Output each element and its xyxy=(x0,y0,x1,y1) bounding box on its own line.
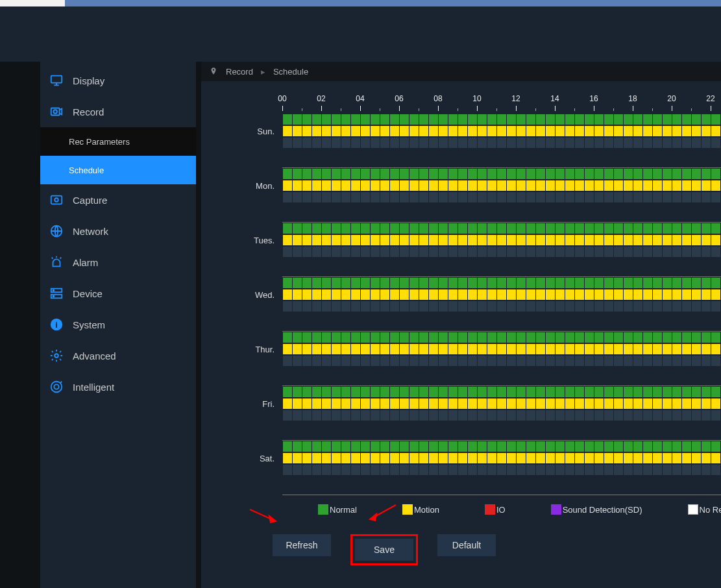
schedule-cell[interactable] xyxy=(292,289,302,300)
schedule-cell[interactable] xyxy=(642,168,652,180)
schedule-cell[interactable] xyxy=(477,441,487,452)
schedule-cell[interactable] xyxy=(428,300,438,312)
schedule-cell[interactable] xyxy=(574,441,584,452)
schedule-cell[interactable] xyxy=(545,114,555,125)
schedule-cell[interactable] xyxy=(506,277,516,289)
sidebar-item-capture[interactable]: Capture xyxy=(40,184,196,215)
schedule-cell[interactable] xyxy=(487,277,496,289)
schedule-cell[interactable] xyxy=(662,332,672,343)
schedule-cell[interactable] xyxy=(623,180,633,191)
schedule-cell[interactable] xyxy=(691,277,701,289)
schedule-cell[interactable] xyxy=(467,137,477,149)
schedule-cell[interactable] xyxy=(467,114,477,125)
schedule-cell[interactable] xyxy=(711,114,720,125)
schedule-cell[interactable] xyxy=(380,300,389,312)
schedule-cell[interactable] xyxy=(458,180,467,191)
schedule-cell[interactable] xyxy=(535,246,545,258)
schedule-cell[interactable] xyxy=(341,137,350,149)
schedule-cell[interactable] xyxy=(409,441,419,452)
schedule-cell[interactable] xyxy=(642,125,652,137)
schedule-cell[interactable] xyxy=(360,137,370,149)
schedule-cell[interactable] xyxy=(672,343,681,355)
schedule-cell[interactable] xyxy=(662,246,672,258)
schedule-cell[interactable] xyxy=(526,332,535,343)
schedule-cell[interactable] xyxy=(487,137,496,149)
schedule-cell[interactable] xyxy=(302,410,312,421)
schedule-cell[interactable] xyxy=(477,386,487,398)
schedule-cell[interactable] xyxy=(672,441,681,452)
legend-sound-detection[interactable]: Sound Detection(SD) xyxy=(551,504,642,515)
schedule-cell[interactable] xyxy=(633,223,642,234)
schedule-cell[interactable] xyxy=(574,180,584,191)
schedule-cell[interactable] xyxy=(477,234,487,246)
schedule-cell[interactable] xyxy=(360,114,370,125)
schedule-cell[interactable] xyxy=(642,410,652,421)
schedule-cell[interactable] xyxy=(642,137,652,149)
schedule-cell[interactable] xyxy=(574,191,584,203)
schedule-cell[interactable] xyxy=(389,191,399,203)
schedule-cell[interactable] xyxy=(565,223,574,234)
schedule-cell[interactable] xyxy=(399,332,409,343)
schedule-cell[interactable] xyxy=(584,332,594,343)
schedule-cell[interactable] xyxy=(370,191,380,203)
schedule-cell[interactable] xyxy=(341,168,350,180)
schedule-track[interactable] xyxy=(282,180,721,191)
schedule-cell[interactable] xyxy=(302,180,312,191)
schedule-cell[interactable] xyxy=(555,300,565,312)
schedule-cell[interactable] xyxy=(370,289,380,300)
schedule-cell[interactable] xyxy=(458,386,467,398)
schedule-cell[interactable] xyxy=(672,410,681,421)
schedule-cell[interactable] xyxy=(341,289,350,300)
schedule-cell[interactable] xyxy=(652,246,662,258)
schedule-cell[interactable] xyxy=(496,168,506,180)
schedule-cell[interactable] xyxy=(312,464,321,476)
sidebar-item-advanced[interactable]: Advanced xyxy=(40,340,196,371)
schedule-cell[interactable] xyxy=(604,386,613,398)
schedule-cell[interactable] xyxy=(672,332,681,343)
schedule-track[interactable] xyxy=(282,398,721,410)
schedule-cell[interactable] xyxy=(399,355,409,367)
schedule-cell[interactable] xyxy=(438,125,448,137)
schedule-cell[interactable] xyxy=(545,398,555,410)
schedule-cell[interactable] xyxy=(516,386,526,398)
schedule-cell[interactable] xyxy=(360,246,370,258)
schedule-cell[interactable] xyxy=(555,441,565,452)
schedule-cell[interactable] xyxy=(662,191,672,203)
schedule-cell[interactable] xyxy=(302,355,312,367)
schedule-cell[interactable] xyxy=(642,452,652,464)
schedule-cell[interactable] xyxy=(535,180,545,191)
schedule-cell[interactable] xyxy=(350,410,360,421)
schedule-cell[interactable] xyxy=(526,452,535,464)
schedule-cell[interactable] xyxy=(711,355,720,367)
schedule-cell[interactable] xyxy=(292,168,302,180)
schedule-cell[interactable] xyxy=(565,355,574,367)
schedule-cell[interactable] xyxy=(380,441,389,452)
schedule-cell[interactable] xyxy=(594,125,604,137)
schedule-cell[interactable] xyxy=(594,410,604,421)
schedule-cell[interactable] xyxy=(419,168,428,180)
schedule-cell[interactable] xyxy=(555,410,565,421)
schedule-cell[interactable] xyxy=(438,180,448,191)
schedule-cell[interactable] xyxy=(399,300,409,312)
schedule-cell[interactable] xyxy=(350,355,360,367)
schedule-cell[interactable] xyxy=(642,277,652,289)
schedule-cell[interactable] xyxy=(419,223,428,234)
schedule-cell[interactable] xyxy=(438,277,448,289)
schedule-cell[interactable] xyxy=(672,277,681,289)
schedule-cell[interactable] xyxy=(574,386,584,398)
schedule-cell[interactable] xyxy=(389,277,399,289)
schedule-cell[interactable] xyxy=(350,300,360,312)
schedule-cell[interactable] xyxy=(292,246,302,258)
schedule-cell[interactable] xyxy=(565,464,574,476)
schedule-cell[interactable] xyxy=(292,223,302,234)
schedule-cell[interactable] xyxy=(594,289,604,300)
schedule-cell[interactable] xyxy=(428,452,438,464)
schedule-cell[interactable] xyxy=(282,234,292,246)
schedule-cell[interactable] xyxy=(584,464,594,476)
schedule-cell[interactable] xyxy=(633,246,642,258)
schedule-cell[interactable] xyxy=(467,125,477,137)
schedule-cell[interactable] xyxy=(467,355,477,367)
schedule-cell[interactable] xyxy=(409,398,419,410)
schedule-cell[interactable] xyxy=(662,289,672,300)
schedule-cell[interactable] xyxy=(331,452,341,464)
